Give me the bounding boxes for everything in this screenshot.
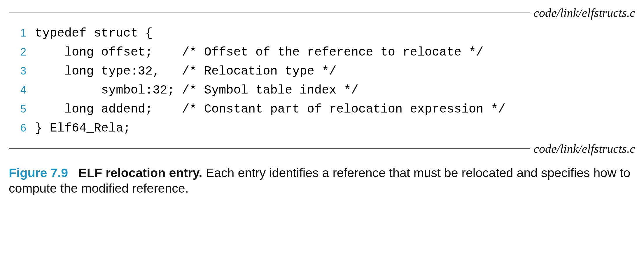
figure-title: ELF relocation entry. xyxy=(78,166,202,180)
top-rule xyxy=(9,13,530,13)
bottom-rule-row: code/link/elfstructs.c xyxy=(9,142,635,156)
code-text: long addend; /* Constant part of relocat… xyxy=(35,100,505,119)
code-block: 1 typedef struct { 2 long offset; /* Off… xyxy=(9,22,635,141)
line-number: 4 xyxy=(9,82,35,98)
code-line: 6 } Elf64_Rela; xyxy=(9,119,635,138)
code-line: 1 typedef struct { xyxy=(9,24,635,43)
bottom-rule xyxy=(9,148,530,149)
line-number: 2 xyxy=(9,44,35,60)
code-text: } Elf64_Rela; xyxy=(35,119,131,138)
line-number: 6 xyxy=(9,120,35,136)
file-path-top: code/link/elfstructs.c xyxy=(533,6,635,20)
code-line: 3 long type:32, /* Relocation type */ xyxy=(9,62,635,81)
code-text: long type:32, /* Relocation type */ xyxy=(35,62,336,81)
line-number: 5 xyxy=(9,101,35,117)
code-text: symbol:32; /* Symbol table index */ xyxy=(35,81,358,100)
line-number: 3 xyxy=(9,63,35,79)
line-number: 1 xyxy=(9,25,35,41)
code-text: long offset; /* Offset of the reference … xyxy=(35,43,483,62)
code-line: 4 symbol:32; /* Symbol table index */ xyxy=(9,81,635,100)
figure-caption: Figure 7.9 ELF relocation entry. Each en… xyxy=(9,165,635,197)
code-text: typedef struct { xyxy=(35,24,153,43)
figure-label: Figure 7.9 xyxy=(9,166,68,180)
top-rule-row: code/link/elfstructs.c xyxy=(9,6,635,20)
file-path-bottom: code/link/elfstructs.c xyxy=(533,142,635,156)
code-line: 2 long offset; /* Offset of the referenc… xyxy=(9,43,635,62)
code-line: 5 long addend; /* Constant part of reloc… xyxy=(9,100,635,119)
